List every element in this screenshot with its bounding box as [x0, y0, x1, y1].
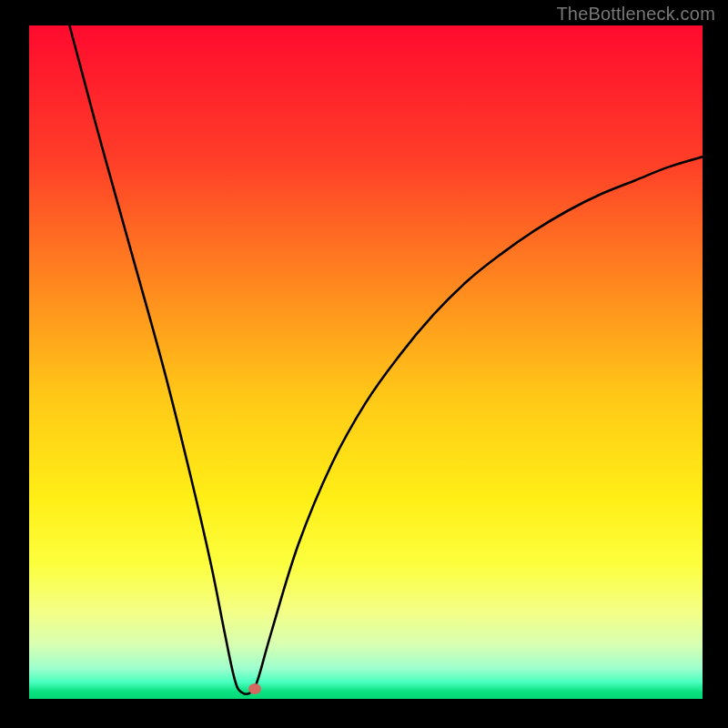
- watermark-text: TheBottleneck.com: [556, 4, 715, 25]
- plot-area: [29, 25, 703, 699]
- curve-line: [29, 25, 703, 699]
- minimum-marker: [248, 683, 261, 694]
